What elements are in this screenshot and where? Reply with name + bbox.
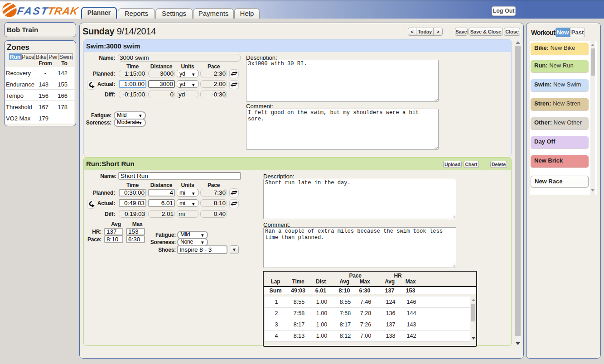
svg-text:FAST: FAST (16, 5, 49, 17)
svg-text:TRAK: TRAK (47, 5, 80, 17)
